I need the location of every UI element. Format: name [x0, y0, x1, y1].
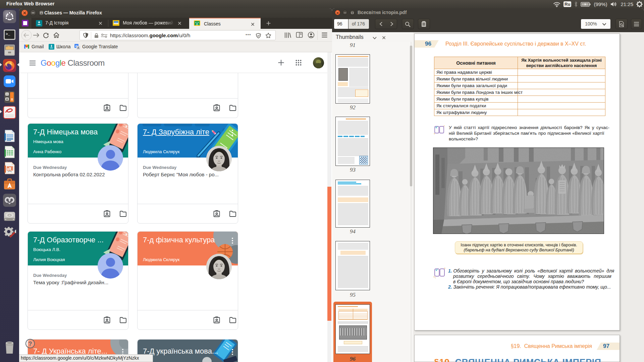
svg-text:>_: >_	[6, 32, 10, 36]
